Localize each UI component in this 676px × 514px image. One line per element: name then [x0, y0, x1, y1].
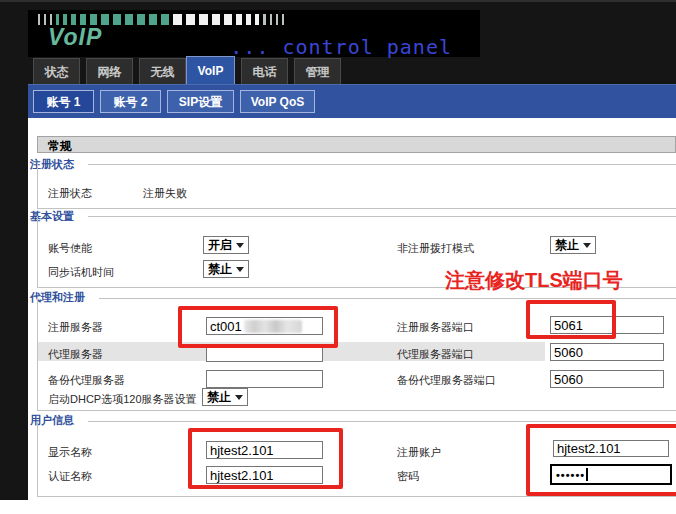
tab-admin[interactable]: 管理 — [294, 58, 341, 84]
backup-proxy-server-input[interactable] — [206, 370, 323, 388]
backup-proxy-server-label: 备份代理服务器 — [48, 373, 125, 388]
proxy-server-input[interactable] — [206, 344, 323, 362]
red-highlight-account-password — [526, 424, 676, 496]
proxy-port-label: 代理服务器端口 — [397, 347, 474, 362]
fieldset1-leftline — [37, 164, 38, 208]
dhcp-option120-label: 启动DHCP选项120服务器设置 — [48, 392, 197, 407]
dhcp-option120-select[interactable]: 禁止 — [202, 388, 248, 406]
chevron-down-icon — [583, 243, 591, 248]
subtab-voip-qos[interactable]: VoIP QoS — [240, 90, 315, 113]
chevron-down-icon — [235, 395, 243, 400]
account-enable-value: 开启 — [208, 237, 232, 254]
auth-name-label: 认证名称 — [48, 469, 92, 484]
register-server-label: 注册服务器 — [48, 320, 103, 335]
fieldset4-topline — [88, 421, 676, 422]
left-dark-strip — [0, 84, 28, 500]
backup-proxy-port-input[interactable] — [550, 370, 664, 388]
redacted-text — [244, 320, 302, 333]
sync-time-label: 同步话机时间 — [48, 265, 114, 280]
unregistered-dial-value: 禁止 — [555, 237, 579, 254]
proxy-legend: 代理和注册 — [30, 290, 88, 305]
register-port-label: 注册服务器端口 — [397, 320, 474, 335]
tab-phone[interactable]: 电话 — [241, 58, 288, 84]
fieldset4-leftline — [37, 421, 38, 496]
sync-time-select[interactable]: 禁止 — [203, 260, 249, 278]
account-enable-label: 账号使能 — [48, 241, 92, 256]
text-caret — [586, 468, 588, 481]
tab-voip[interactable]: VoIP — [186, 56, 235, 84]
brand-tagline: ... control panel — [230, 35, 452, 59]
password-dots: •••••• — [556, 469, 585, 481]
fieldset1-bottomline — [37, 208, 676, 209]
reg-status-value: 注册失败 — [143, 186, 187, 201]
subtab-sip-settings[interactable]: SIP设置 — [167, 90, 234, 113]
fieldset3-bottomline — [37, 410, 676, 411]
unregistered-dial-select[interactable]: 禁止 — [550, 236, 596, 254]
tab-network[interactable]: 网络 — [86, 58, 133, 84]
chevron-down-icon — [236, 243, 244, 248]
display-name-input[interactable] — [206, 441, 323, 459]
register-port-input[interactable] — [550, 316, 664, 334]
general-section-title: 常规 — [48, 138, 72, 155]
fieldset2-topline — [88, 216, 676, 217]
reg-status-label: 注册状态 — [48, 186, 92, 201]
fieldset1-topline — [88, 164, 676, 165]
general-section-bar: 常规 — [37, 136, 676, 153]
tls-port-warning-note: 注意修改TLS端口号 — [445, 267, 623, 294]
fieldset3-topline — [99, 298, 676, 299]
brand-logo: VoIP — [48, 24, 102, 51]
tab-status[interactable]: 状态 — [33, 58, 80, 84]
brand-banner: VoIP ... control panel — [28, 10, 480, 57]
unregistered-dial-label: 非注册拨打模式 — [397, 241, 474, 256]
register-server-input[interactable]: ct001 — [206, 317, 323, 335]
password-input[interactable]: •••••• — [550, 464, 672, 485]
register-server-value: ct001 — [210, 319, 242, 334]
tab-wireless[interactable]: 无线 — [139, 58, 186, 84]
subtab-account2[interactable]: 账号 2 — [100, 90, 161, 113]
sync-time-value: 禁止 — [208, 261, 232, 278]
register-account-input[interactable] — [553, 440, 669, 457]
password-label: 密码 — [397, 469, 419, 484]
proxy-server-label: 代理服务器 — [48, 347, 103, 362]
chevron-down-icon — [236, 267, 244, 272]
backup-proxy-port-label: 备份代理服务器端口 — [397, 373, 496, 388]
account-enable-select[interactable]: 开启 — [203, 236, 249, 254]
register-account-label: 注册账户 — [397, 445, 441, 460]
dhcp-option120-value: 禁止 — [207, 389, 231, 406]
voip-control-panel-page: VoIP ... control panel 状态 网络 无线 VoIP 电话 … — [0, 0, 676, 514]
fieldset2-leftline — [37, 216, 38, 287]
subtab-account1[interactable]: 账号 1 — [33, 90, 94, 113]
display-name-label: 显示名称 — [48, 445, 92, 460]
auth-name-input[interactable] — [206, 466, 323, 484]
proxy-port-input[interactable] — [550, 343, 664, 361]
fieldset4-bottomline — [37, 496, 676, 497]
